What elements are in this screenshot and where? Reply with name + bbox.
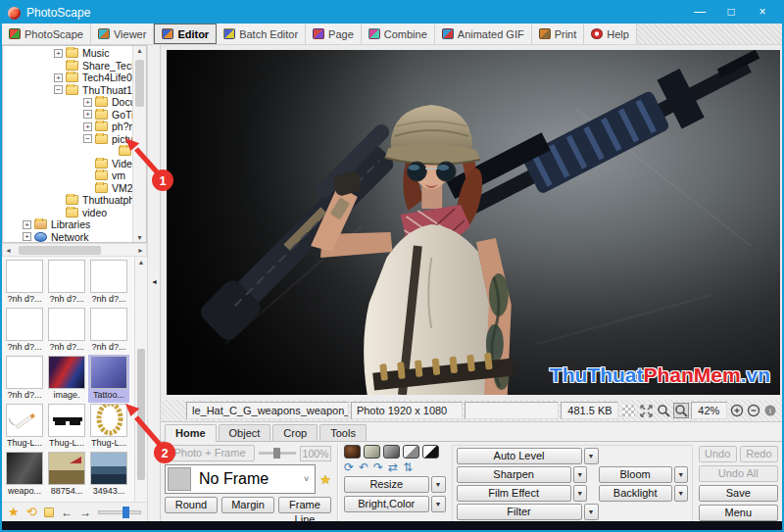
bloom-dropdown-icon[interactable]: ▼ [674, 466, 688, 483]
back-icon[interactable]: ← [61, 507, 73, 518]
film-effect-button[interactable]: Film Effect [457, 485, 571, 502]
rotate-left-icon[interactable]: ↶ [359, 461, 368, 473]
tree-item-thuthuatph[interactable]: Thuthuatph [3, 194, 132, 207]
filter-swatch-dark[interactable] [383, 445, 400, 459]
expand-icon[interactable]: + [23, 220, 31, 229]
tab-crop[interactable]: Crop [272, 424, 318, 441]
thumbnail-item[interactable]: 88754... [46, 451, 87, 499]
photo-frame-button[interactable]: Photo + Frame [165, 445, 255, 461]
favorite-frame-star-icon[interactable]: ★ [319, 472, 331, 487]
expand-icon[interactable]: + [54, 49, 63, 58]
scroll-up-icon[interactable]: ▲ [135, 259, 147, 266]
bright-color-dropdown-icon[interactable]: ▼ [431, 496, 446, 512]
thumbnail-size-slider[interactable] [98, 510, 141, 514]
scrollbar-thumb[interactable] [19, 246, 101, 255]
tree-item-share-tech[interactable]: Share_Tech [3, 60, 132, 73]
thumbnail-item[interactable]: Thug-L... [4, 403, 45, 451]
info-icon[interactable]: i [763, 403, 778, 418]
round-button[interactable]: Round [165, 497, 218, 513]
tree-item-thuthuat[interactable]: −ThuThuat11 [3, 84, 132, 97]
zoom-in-icon[interactable] [729, 403, 744, 418]
thumbnail-item[interactable]: ?nh d?... [4, 259, 45, 307]
toolbar-combine[interactable]: Combine [362, 24, 435, 44]
fit-window-icon[interactable] [639, 403, 654, 418]
frame-opacity-slider[interactable] [259, 452, 296, 455]
auto-level-button[interactable]: Auto Level [457, 448, 582, 464]
tree-item-ave[interactable]: Ave [3, 145, 132, 158]
panel-splitter[interactable]: ◄ [147, 45, 161, 521]
menu-button[interactable]: Menu [699, 505, 778, 521]
redo-button[interactable]: Redo [740, 446, 778, 462]
zoom-actual-size-icon[interactable] [656, 403, 670, 418]
collapse-icon[interactable]: − [83, 134, 92, 143]
flip-vertical-icon[interactable]: ⇅ [403, 461, 413, 473]
expand-icon[interactable]: + [83, 122, 92, 131]
backlight-button[interactable]: Backlight [599, 485, 672, 502]
thumbnail-item[interactable]: 34943... [88, 451, 129, 499]
tree-item-music[interactable]: +Music [3, 47, 132, 60]
rotate-right-icon[interactable]: ↷ [373, 461, 383, 473]
thumbnail-item[interactable]: Thug-L... [46, 403, 87, 451]
expand-icon[interactable]: + [23, 232, 31, 241]
tree-item-vm[interactable]: vm [3, 169, 132, 182]
filter-swatch-sepia[interactable] [344, 445, 361, 459]
tree-item-docume[interactable]: +Docume [3, 96, 132, 109]
thumbnail-item[interactable]: Thug-L... [88, 403, 129, 451]
scroll-right-icon[interactable]: ► [137, 247, 144, 254]
favorites-star-icon[interactable]: ★ [8, 506, 20, 518]
expand-icon[interactable]: + [83, 98, 92, 107]
scroll-left-icon[interactable]: ◄ [5, 247, 12, 254]
frame-line-button[interactable]: Frame Line [278, 497, 331, 513]
scrollbar-thumb[interactable] [135, 60, 144, 107]
undo-all-button[interactable]: Undo All [699, 465, 778, 482]
thumbnail-vertical-scrollbar[interactable]: ▲ [134, 257, 147, 502]
thumbnail-item[interactable]: ?nh d?... [46, 259, 87, 307]
forward-icon[interactable]: → [79, 507, 91, 518]
tree-item-gotieng[interactable]: +GoTieng [3, 109, 132, 121]
scrollbar-thumb[interactable] [137, 349, 145, 480]
tree-item-network[interactable]: +Network [3, 231, 132, 244]
tree-item-vm2[interactable]: VM2 [3, 182, 132, 195]
thumbnail-item[interactable]: ?nh d?... [46, 307, 87, 355]
transparency-checker-icon[interactable] [622, 405, 635, 416]
scroll-down-icon[interactable]: ▼ [133, 234, 146, 241]
bloom-button[interactable]: Bloom [599, 466, 672, 483]
auto-level-dropdown-icon[interactable]: ▼ [584, 448, 599, 464]
tree-horizontal-scrollbar[interactable]: ◄ ► [2, 243, 147, 257]
resize-button[interactable]: Resize [344, 476, 429, 493]
toolbar-animated-gif[interactable]: Animated GIF [435, 24, 532, 44]
expand-icon[interactable]: + [83, 110, 92, 119]
collapse-icon[interactable]: − [54, 85, 63, 94]
thumbnail-item[interactable]: weapo... [4, 451, 45, 499]
toolbar-viewer[interactable]: Viewer [91, 24, 154, 44]
zoom-out-icon[interactable] [746, 403, 760, 418]
backlight-dropdown-icon[interactable]: ▼ [674, 485, 688, 502]
filter-swatch-gray[interactable] [364, 445, 380, 459]
tree-item-tech4life[interactable]: +Tech4Life03 [3, 72, 132, 84]
toolbar-photoscape[interactable]: PhotoScape [2, 24, 91, 44]
open-folder-icon[interactable] [44, 508, 55, 517]
tree-item-video[interactable]: Video [3, 158, 132, 170]
sharpen-button[interactable]: Sharpen [457, 466, 571, 483]
thumbnail-item[interactable]: image. [46, 355, 87, 403]
expand-icon[interactable]: + [54, 73, 63, 82]
undo-button[interactable]: Undo [699, 446, 737, 462]
thumbnail-item[interactable]: ?nh d?... [88, 307, 129, 355]
tab-home[interactable]: Home [165, 424, 217, 442]
tree-item-libraries[interactable]: +Libraries [3, 218, 132, 231]
thumbnail-item[interactable]: ?nh d?... [88, 259, 129, 307]
tree-vertical-scrollbar[interactable]: ▲ ▼ [132, 46, 146, 242]
frame-select-dropdown[interactable]: No Frame˅ [165, 464, 316, 494]
slider-thumb[interactable] [273, 448, 280, 459]
toolbar-editor[interactable]: Editor [154, 24, 217, 44]
margin-button[interactable]: Margin [221, 497, 274, 513]
toolbar-page[interactable]: Page [306, 24, 362, 44]
tree-item-video2[interactable]: video [3, 207, 132, 219]
filter-swatch-bw[interactable] [422, 445, 439, 459]
refresh-icon[interactable]: ⟲ [26, 506, 37, 518]
filter-dropdown-icon[interactable]: ▼ [584, 504, 599, 520]
bright-color-button[interactable]: Bright,Color [344, 496, 429, 512]
maximize-button[interactable]: □ [717, 4, 745, 22]
tab-object[interactable]: Object [219, 424, 271, 441]
filter-button[interactable]: Filter [457, 504, 582, 520]
